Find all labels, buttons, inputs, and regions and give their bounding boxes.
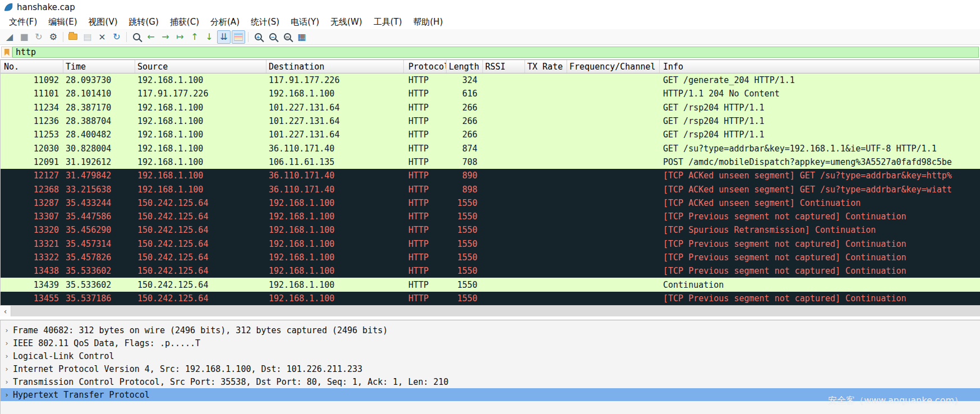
cell-info: [TCP ACKed unseen segment] GET /su?type=… (660, 182, 980, 196)
menu-telephony[interactable]: 电话(Y) (285, 16, 325, 29)
menu-help[interactable]: 帮助(H) (408, 16, 449, 29)
cell-info: GET /rsp204 HTTP/1.1 (660, 128, 980, 141)
detail-line[interactable]: › IEEE 802.11 QoS Data, Flags: .p.....T (1, 337, 980, 349)
detail-line[interactable]: › Logical-Link Control (1, 349, 980, 362)
expand-chevron-icon[interactable]: › (1, 365, 13, 373)
menu-file[interactable]: 文件(F) (3, 16, 43, 29)
capture-options-button[interactable]: ⚙ (47, 30, 60, 44)
packet-row-13307[interactable]: 1330735.447586150.242.125.64192.168.1.10… (1, 210, 980, 223)
menu-statistics[interactable]: 统计(S) (245, 16, 285, 29)
cell-source: 192.168.1.100 (135, 169, 266, 182)
menu-edit[interactable]: 编辑(E) (43, 16, 82, 29)
column-header-protocol[interactable]: Protocol (404, 60, 447, 73)
expand-chevron-icon[interactable]: › (1, 326, 13, 334)
packet-row-12127[interactable]: 1212731.479842192.168.1.10036.110.171.40… (1, 169, 980, 182)
column-header-length[interactable]: Length (447, 60, 483, 73)
menu-view[interactable]: 视图(V) (83, 16, 123, 29)
detail-line[interactable]: › Hypertext Transfer Protocol (1, 388, 980, 401)
column-header-no[interactable]: No. (1, 60, 63, 73)
go-forward-button[interactable]: → (159, 30, 172, 44)
scroll-left-button[interactable]: ‹ (0, 306, 11, 316)
cell-destination: 192.168.1.100 (266, 196, 404, 210)
start-capture-button[interactable]: ◢ (3, 30, 16, 44)
cell-destination: 192.168.1.100 (266, 223, 404, 237)
find-packet-button[interactable] (130, 30, 143, 44)
column-header-source[interactable]: Source (135, 60, 266, 73)
column-header-rssi[interactable]: RSSI (483, 60, 525, 73)
packet-row-12030[interactable]: 1203030.828004192.168.1.10036.110.171.40… (1, 141, 980, 155)
expand-chevron-icon[interactable]: › (1, 352, 13, 360)
expand-chevron-icon[interactable]: › (1, 339, 13, 347)
auto-scroll-button[interactable]: ⇊ (217, 30, 231, 44)
cell-source: 117.91.177.226 (135, 87, 266, 100)
cell-source: 150.242.125.64 (135, 278, 266, 291)
column-header-info[interactable]: Info (660, 60, 980, 73)
resize-columns-button[interactable]: ▦ (295, 30, 309, 44)
filter-bookmark-button[interactable] (1, 47, 12, 58)
zoom-in-button[interactable]: + (251, 30, 265, 44)
scrollbar-track[interactable] (11, 306, 980, 316)
packet-row-11253[interactable]: 1125328.400482192.168.1.100101.227.131.6… (1, 128, 980, 141)
menu-tools[interactable]: 工具(T) (368, 16, 408, 29)
detail-line[interactable]: › Transmission Control Protocol, Src Por… (1, 375, 980, 388)
cell-no: 12368 (1, 182, 63, 196)
zoom-out-button[interactable]: − (266, 30, 279, 44)
cell-no: 12030 (1, 141, 63, 155)
cell-no: 13455 (1, 292, 63, 305)
open-file-button[interactable] (66, 30, 80, 44)
packet-row-11234[interactable]: 1123428.387170192.168.1.100101.227.131.6… (1, 101, 980, 114)
cell-destination: 192.168.1.100 (266, 237, 404, 251)
cell-destination: 117.91.177.226 (266, 73, 404, 87)
column-header-destination[interactable]: Destination (266, 60, 404, 73)
cell-destination: 192.168.1.100 (266, 278, 404, 291)
column-header-tx_rate[interactable]: TX Rate (525, 60, 567, 73)
close-file-button[interactable]: × (95, 30, 109, 44)
zoom-original-button[interactable]: = (280, 30, 294, 44)
detail-line[interactable]: › Frame 40682: 312 bytes on wire (2496 b… (1, 324, 980, 337)
toolbar-separator (126, 32, 127, 42)
packet-row-11101[interactable]: 1110128.101410117.91.177.226192.168.1.10… (1, 87, 980, 100)
cell-no: 13321 (1, 237, 63, 251)
packet-row-13439[interactable]: 1343935.533602150.242.125.64192.168.1.10… (1, 278, 980, 291)
restart-capture-button[interactable]: ↻ (32, 30, 45, 44)
reload-file-button[interactable]: ↻ (110, 30, 123, 44)
cell-protocol: HTTP (404, 237, 447, 251)
detail-line-text: Hypertext Transfer Protocol (13, 390, 150, 400)
cell-protocol: HTTP (404, 182, 447, 196)
save-file-button[interactable]: ▤ (81, 30, 94, 44)
stop-capture-button[interactable]: ■ (17, 30, 31, 44)
packet-row-11236[interactable]: 1123628.388704192.168.1.100101.227.131.6… (1, 114, 980, 128)
go-back-button[interactable]: ← (144, 30, 158, 44)
expand-chevron-icon[interactable]: › (1, 390, 13, 399)
display-filter-input[interactable] (13, 47, 978, 57)
go-to-packet-button[interactable]: ↦ (173, 30, 187, 44)
colorize-button[interactable] (232, 30, 245, 44)
filter-bar (0, 45, 980, 59)
column-header-time[interactable]: Time (63, 60, 135, 73)
packet-row-13322[interactable]: 1332235.457826150.242.125.64192.168.1.10… (1, 251, 980, 264)
menu-wireless[interactable]: 无线(W) (325, 16, 368, 29)
go-bottom-button[interactable]: ↓ (203, 30, 216, 44)
go-top-button[interactable]: ↑ (188, 30, 201, 44)
packet-row-13287[interactable]: 1328735.433244150.242.125.64192.168.1.10… (1, 196, 980, 210)
packet-row-13438[interactable]: 1343835.533602150.242.125.64192.168.1.10… (1, 264, 980, 278)
packet-row-13455[interactable]: 1345535.537186150.242.125.64192.168.1.10… (1, 292, 980, 305)
menu-go[interactable]: 跳转(G) (123, 16, 164, 29)
packet-row-12091[interactable]: 1209131.192612192.168.1.100106.11.61.135… (1, 155, 980, 169)
packet-row-11092[interactable]: 1109228.093730192.168.1.100117.91.177.22… (1, 73, 980, 87)
expand-chevron-icon[interactable]: › (1, 378, 13, 386)
cell-tx_rate (525, 87, 567, 100)
cell-info: [TCP Spurious Retransmission] Continuati… (660, 223, 980, 237)
cell-freq (567, 196, 660, 210)
detail-line[interactable]: › Internet Protocol Version 4, Src: 192.… (1, 362, 980, 375)
packet-row-13320[interactable]: 1332035.456290150.242.125.64192.168.1.10… (1, 223, 980, 237)
menu-analyze[interactable]: 分析(A) (205, 16, 245, 29)
horizontal-scrollbar[interactable]: ‹ (0, 305, 980, 316)
menu-capture[interactable]: 捕获(C) (164, 16, 205, 29)
packet-row-12368[interactable]: 1236833.215638192.168.1.10036.110.171.40… (1, 182, 980, 196)
cell-tx_rate (525, 141, 567, 155)
cell-destination: 36.110.171.40 (266, 182, 404, 196)
packet-row-13321[interactable]: 1332135.457314150.242.125.64192.168.1.10… (1, 237, 980, 251)
cell-source: 192.168.1.100 (135, 128, 266, 141)
column-header-freq[interactable]: Frequency/Channel (567, 60, 660, 73)
